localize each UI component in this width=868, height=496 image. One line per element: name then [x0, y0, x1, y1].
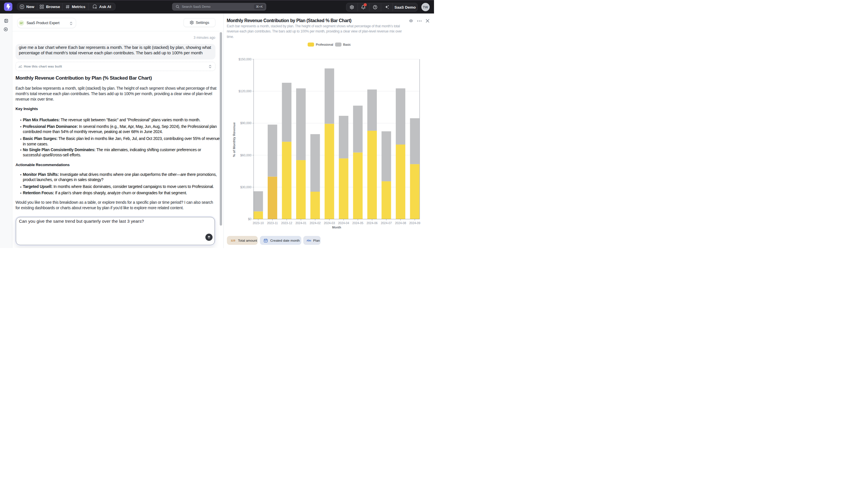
svg-text:$0: $0 — [248, 217, 251, 221]
svg-text:2024-06: 2024-06 — [367, 221, 378, 225]
svg-text:2024-01: 2024-01 — [295, 221, 306, 225]
svg-text:$30,000: $30,000 — [240, 185, 251, 189]
svg-text:% of Monthly Revenue: % of Monthly Revenue — [232, 122, 236, 157]
svg-text:$150,000: $150,000 — [238, 58, 251, 61]
svg-text:Basic: Basic — [343, 43, 351, 46]
svg-text:2023-11: 2023-11 — [267, 221, 278, 225]
svg-text:$120,000: $120,000 — [238, 89, 251, 93]
svg-text:2024-02: 2024-02 — [310, 221, 321, 225]
svg-text:2023-12: 2023-12 — [281, 221, 292, 225]
svg-text:2023-10: 2023-10 — [253, 221, 264, 225]
svg-text:Month: Month — [332, 226, 341, 229]
svg-text:2024-09: 2024-09 — [409, 221, 420, 225]
svg-text:$90,000: $90,000 — [240, 121, 251, 125]
svg-text:$60,000: $60,000 — [240, 153, 251, 157]
svg-text:2024-04: 2024-04 — [338, 221, 349, 225]
svg-text:2024-03: 2024-03 — [324, 221, 335, 225]
svg-text:2024-08: 2024-08 — [395, 221, 406, 225]
svg-text:2024-05: 2024-05 — [352, 221, 364, 225]
svg-text:Professional: Professional — [316, 43, 334, 46]
svg-text:2024-07: 2024-07 — [381, 221, 392, 225]
